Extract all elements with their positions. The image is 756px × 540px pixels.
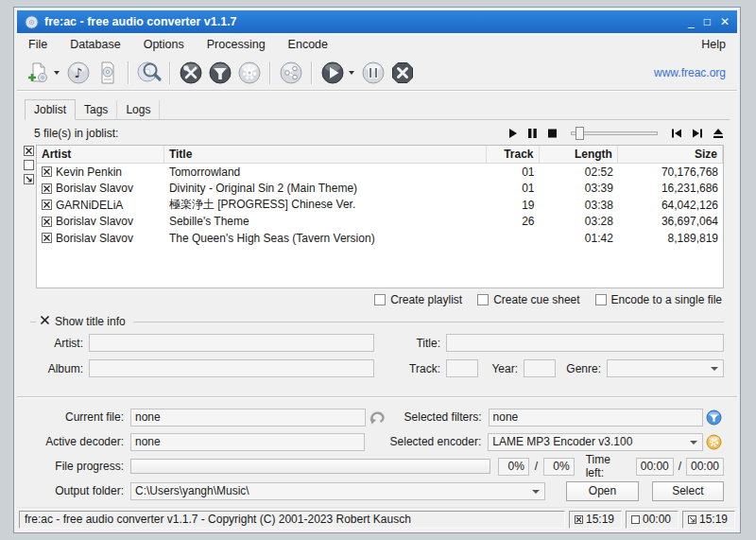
minimize-button[interactable]: _ [688,15,695,28]
table-row[interactable]: Kevin Penkin Tomorrowland 01 02:52 70,17… [37,164,723,181]
create-cue-sheet-option[interactable]: Create cue sheet [477,293,579,306]
toggle-selection-icon[interactable] [24,174,34,184]
file-progress-label: File progress: [30,460,130,473]
transport-controls [507,128,724,139]
genre-combobox[interactable] [607,359,724,377]
select-none-icon[interactable] [24,160,34,170]
toolbar-separator [128,61,129,84]
encoder-settings-icon[interactable] [703,434,724,450]
row-checkbox-checked-icon[interactable] [42,217,52,227]
panel-divider [17,396,737,398]
track-list-icon[interactable] [94,60,121,86]
menu-file[interactable]: File [26,36,49,53]
toolbar-divider [17,90,737,92]
freac-website-link[interactable]: www.freac.org [654,66,730,79]
play-icon[interactable] [507,128,518,139]
window-title: fre:ac - free audio converter v1.1.7 [44,15,237,28]
seek-slider[interactable] [571,131,658,135]
close-button[interactable]: ✕ [720,15,730,28]
add-files-dropdown-icon[interactable] [54,71,60,75]
row-checkbox-checked-icon[interactable] [42,200,52,210]
open-button[interactable]: Open [566,481,638,501]
row-checkbox-checked-icon[interactable] [42,183,52,194]
time-left-total-value: 00:00 [686,458,724,476]
table-row[interactable]: Borislav Slavov Divinity - Original Sin … [37,181,723,198]
menu-database[interactable]: Database [68,36,123,53]
menu-encode[interactable]: Encode [286,36,330,53]
table-row[interactable]: Borislav Slavov Sebille's Theme 26 03:28… [37,214,723,231]
stop-encoding-icon[interactable] [389,60,416,86]
group-divider [133,322,724,322]
title-field[interactable] [446,334,724,352]
column-track[interactable]: Track [487,146,540,163]
collapse-icon[interactable] [40,315,50,328]
stop-icon[interactable] [547,128,558,139]
track-field[interactable] [446,359,478,377]
column-artist[interactable]: Artist [37,146,164,163]
playback-toggle-icon[interactable] [366,409,387,425]
title-bar[interactable]: fre:ac - free audio converter v1.1.7 _ □… [17,10,737,33]
table-header[interactable]: Artist Title Track Length Size [37,146,723,164]
chevron-down-icon [532,490,540,494]
encode-single-file-option[interactable]: Encode to a single file [595,293,722,306]
menu-help[interactable]: Help [699,36,728,53]
start-encoding-icon[interactable] [319,60,346,86]
next-track-icon[interactable] [692,128,703,139]
artist-field[interactable] [89,334,374,352]
create-playlist-option[interactable]: Create playlist [374,293,462,306]
previous-track-icon[interactable] [671,128,682,139]
open-audio-file-icon[interactable]: ♪ [65,60,92,86]
table-row[interactable]: GARNiDELiA 極楽浄土 [PROGRESS] Chinese Ver. … [37,197,723,214]
title-info-header[interactable]: Show title info [55,315,126,328]
create-playlist-checkbox[interactable] [374,294,386,305]
artist-label: Artist: [30,337,89,350]
share-icon[interactable] [278,60,304,86]
pause-icon[interactable] [527,128,538,139]
clock-icon [631,515,640,524]
menu-processing[interactable]: Processing [205,36,267,53]
cddb-query-icon[interactable] [136,60,163,86]
column-title[interactable]: Title [164,146,487,163]
row-checkbox-checked-icon[interactable] [42,166,52,177]
add-files-icon[interactable] [25,60,51,86]
column-length[interactable]: Length [540,146,618,163]
settings-gear-icon[interactable] [236,60,263,86]
clock-total-time: 15:19 [569,511,622,529]
column-size[interactable]: Size [618,146,723,163]
encode-single-file-checkbox[interactable] [595,294,607,305]
select-all-icon[interactable] [24,146,34,156]
total-percent-value: 0% [543,458,575,476]
eject-icon[interactable] [713,128,724,139]
tab-logs[interactable]: Logs [117,100,160,119]
row-checkbox-checked-icon[interactable] [42,233,52,243]
clock-icon [575,515,583,524]
year-field[interactable] [524,359,556,377]
current-file-label: Current file: [30,410,130,424]
title-label: Title: [384,337,446,350]
album-field[interactable] [89,359,374,377]
selected-filters-value: none [489,409,703,427]
conversion-panel: Current file: none Selected filters: non… [17,401,737,503]
maximize-button[interactable]: □ [704,15,711,28]
selected-filters-label: Selected filters: [387,410,489,424]
select-button[interactable]: Select [652,481,724,501]
selected-encoder-combobox[interactable]: LAME MP3 Encoder v3.100 [488,433,703,451]
toolbar-separator [269,61,271,84]
table-row[interactable]: Borislav Slavov The Queen's High Seas (T… [37,230,723,247]
joblist-body: Artist Title Track Length Size Kevin Pen… [17,145,737,288]
time-left-label: Time left: [575,453,636,479]
joblist-table: Artist Title Track Length Size Kevin Pen… [36,145,724,288]
pause-encoding-icon[interactable] [360,60,387,86]
seek-slider-thumb[interactable] [576,127,584,140]
track-label: Track: [384,362,446,375]
menu-options[interactable]: Options [142,36,186,53]
configure-tools-icon[interactable] [178,60,204,86]
tab-tags[interactable]: Tags [76,100,117,119]
create-cue-sheet-checkbox[interactable] [477,294,489,305]
filter-icon[interactable] [207,60,233,86]
tab-joblist[interactable]: Joblist [25,99,76,120]
filters-settings-icon[interactable] [703,409,724,426]
toolbar-separator [311,61,313,84]
output-folder-combobox[interactable]: C:\Users\yangh\Music\ [130,482,545,500]
start-encoding-dropdown-icon[interactable] [349,71,354,75]
